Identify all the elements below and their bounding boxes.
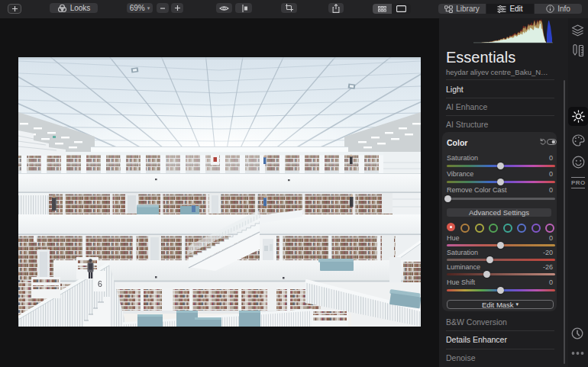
svg-text:6: 6 bbox=[98, 279, 102, 288]
